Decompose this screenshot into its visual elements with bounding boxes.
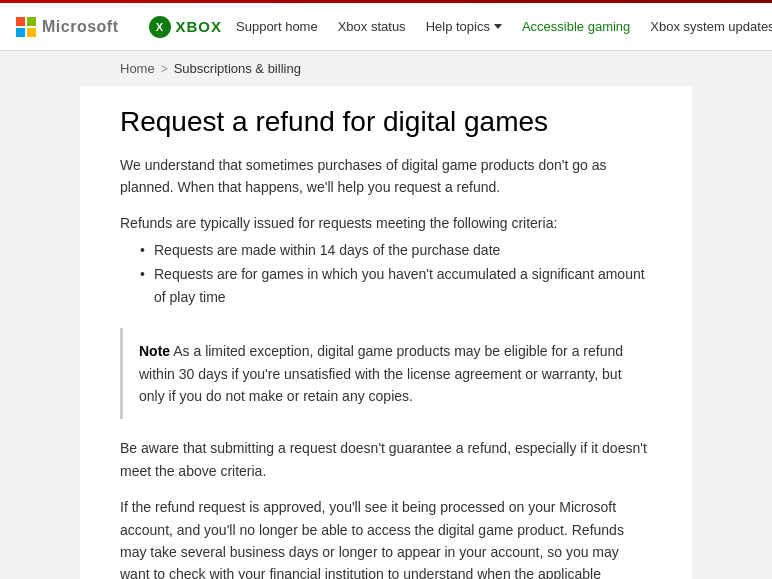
nav-xbox-system-updates[interactable]: Xbox system updates: [650, 19, 772, 34]
note-text: As a limited exception, digital game pro…: [139, 343, 623, 404]
chevron-down-icon: [494, 24, 502, 29]
xbox-icon: X: [149, 16, 171, 38]
nav-help-topics[interactable]: Help topics: [426, 19, 502, 34]
criteria-list: Requests are made within 14 days of the …: [120, 239, 652, 310]
para1: Be aware that submitting a request doesn…: [120, 437, 652, 482]
ms-grid-icon: [16, 17, 36, 37]
xbox-logo-text: XBOX: [176, 18, 223, 35]
main-content: Request a refund for digital games We un…: [80, 86, 692, 579]
breadcrumb-home[interactable]: Home: [120, 61, 155, 76]
help-topics-label: Help topics: [426, 19, 490, 34]
note-box: Note As a limited exception, digital gam…: [120, 328, 652, 419]
breadcrumb-current: Subscriptions & billing: [174, 61, 301, 76]
intro-paragraph: We understand that sometimes purchases o…: [120, 154, 652, 199]
note-label: Note: [139, 343, 170, 359]
para2: If the refund request is approved, you'l…: [120, 496, 652, 579]
nav-accessible-gaming[interactable]: Accessible gaming: [522, 19, 630, 34]
breadcrumb: Home > Subscriptions & billing: [120, 61, 652, 76]
list-item: Requests are for games in which you have…: [140, 263, 652, 311]
nav-xbox-status[interactable]: Xbox status: [338, 19, 406, 34]
nav-support-home[interactable]: Support home: [236, 19, 318, 34]
breadcrumb-area: Home > Subscriptions & billing: [0, 51, 772, 86]
ms-logo-text: Microsoft: [42, 18, 119, 36]
criteria-heading: Refunds are typically issued for request…: [120, 215, 652, 231]
list-item: Requests are made within 14 days of the …: [140, 239, 652, 263]
page-title: Request a refund for digital games: [120, 106, 652, 138]
top-navigation: Microsoft X XBOX Support home Xbox statu…: [0, 3, 772, 51]
nav-links: Support home Xbox status Help topics Acc…: [236, 19, 772, 34]
xbox-logo[interactable]: X XBOX: [149, 16, 223, 38]
microsoft-logo[interactable]: Microsoft: [16, 17, 119, 37]
breadcrumb-separator: >: [161, 62, 168, 76]
